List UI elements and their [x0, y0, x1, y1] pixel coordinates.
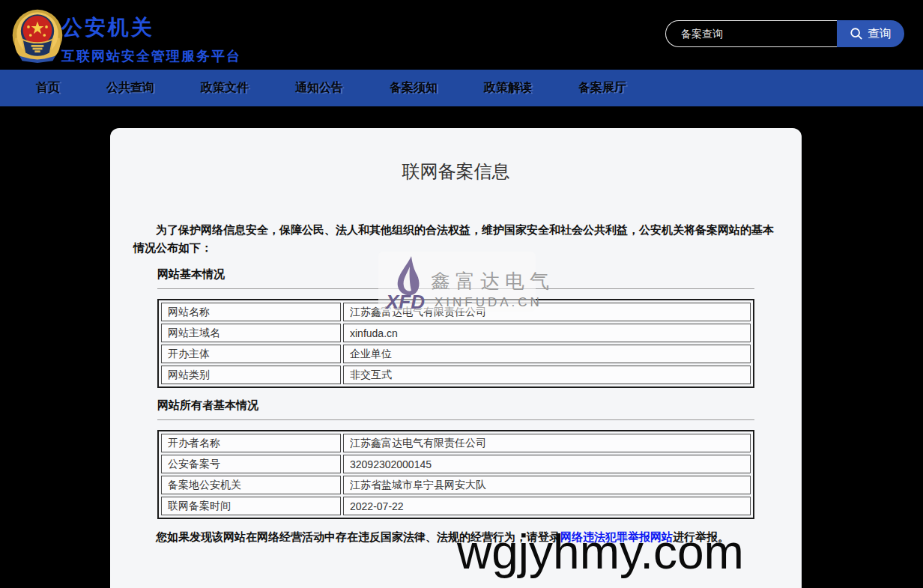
search-input[interactable]: [665, 20, 837, 47]
website-info-table: 网站名称 江苏鑫富达电气有限责任公司 网站主域名 xinfuda.cn 开办主体…: [157, 299, 754, 388]
row-label: 网站名称: [161, 303, 341, 321]
nav-item-notices[interactable]: 通知公告: [295, 80, 343, 96]
row-label: 开办主体: [161, 345, 341, 363]
content-card: 联网备案信息 为了保护网络信息安全，保障公民、法人和其他组织的合法权益，维护国家…: [110, 128, 802, 588]
row-value: 江苏省盐城市阜宁县网安大队: [343, 476, 751, 494]
intro-text: 为了保护网络信息安全，保障公民、法人和其他组织的合法权益，维护国家安全和社会公共…: [133, 221, 781, 257]
section-website-info: 网站基本情况 网站名称 江苏鑫富达电气有限责任公司 网站主域名 xinfuda.…: [157, 267, 754, 388]
section-heading: 网站所有者基本情况: [157, 398, 754, 413]
report-note-prefix: 您如果发现该网站在网络经营活动中存在违反国家法律、法规的经营行为，请登录: [156, 530, 560, 543]
page-title: 联网备案信息: [110, 128, 802, 184]
search-button[interactable]: 查询: [837, 20, 904, 47]
table-row: 网站类别 非交互式: [161, 366, 751, 384]
row-label: 开办者名称: [161, 434, 341, 452]
table-row: 开办主体 企业单位: [161, 345, 751, 363]
row-value: 江苏鑫富达电气有限责任公司: [343, 434, 751, 452]
nav-bar: 首页 公共查询 政策文件 通知公告 备案须知 政策解读 备案展厅: [0, 70, 923, 106]
row-value: 非交互式: [343, 366, 751, 384]
report-note-suffix: 进行举报。: [673, 530, 729, 543]
report-note: 您如果发现该网站在网络经营活动中存在违反国家法律、法规的经营行为，请登录网络违法…: [133, 528, 781, 546]
section-divider: [157, 419, 754, 420]
header: 公安机关 互联网站安全管理服务平台 查询: [0, 0, 923, 70]
table-row: 联网备案时间 2022-07-22: [161, 497, 751, 515]
row-label: 公安备案号: [161, 455, 341, 473]
nav-item-policy-interpretation[interactable]: 政策解读: [484, 80, 532, 96]
owner-info-table: 开办者名称 江苏鑫富达电气有限责任公司 公安备案号 32092302000145…: [157, 430, 754, 519]
nav-item-public-query[interactable]: 公共查询: [106, 80, 154, 96]
row-value: 企业单位: [343, 345, 751, 363]
row-label: 联网备案时间: [161, 497, 341, 515]
report-website-link[interactable]: 网络违法犯罪举报网站: [560, 530, 673, 543]
search-icon: [850, 27, 863, 40]
table-row: 网站主域名 xinfuda.cn: [161, 324, 751, 342]
search-bar: 查询: [665, 20, 904, 47]
nav-item-filing-guide[interactable]: 备案须知: [390, 80, 438, 96]
row-value: 2022-07-22: [343, 497, 751, 515]
site-title: 公安机关: [61, 13, 241, 42]
section-divider: [157, 288, 754, 289]
row-label: 网站类别: [161, 366, 341, 384]
police-badge-icon: [10, 7, 65, 64]
brand: 公安机关 互联网站安全管理服务平台: [61, 13, 241, 65]
nav-item-policy-files[interactable]: 政策文件: [201, 80, 249, 96]
row-value: 32092302000145: [343, 455, 751, 473]
section-heading: 网站基本情况: [157, 267, 754, 282]
row-label: 备案地公安机关: [161, 476, 341, 494]
nav-item-home[interactable]: 首页: [36, 80, 60, 96]
row-value: xinfuda.cn: [343, 324, 751, 342]
page: 公安机关 互联网站安全管理服务平台 查询 首页 公共查询 政策文件 通知公告 备…: [0, 0, 923, 588]
section-owner-info: 网站所有者基本情况 开办者名称 江苏鑫富达电气有限责任公司 公安备案号 3209…: [157, 398, 754, 519]
table-row: 开办者名称 江苏鑫富达电气有限责任公司: [161, 434, 751, 452]
row-label: 网站主域名: [161, 324, 341, 342]
table-row: 备案地公安机关 江苏省盐城市阜宁县网安大队: [161, 476, 751, 494]
nav-item-filing-hall[interactable]: 备案展厅: [578, 80, 626, 96]
site-subtitle: 互联网站安全管理服务平台: [61, 47, 241, 65]
row-value: 江苏鑫富达电气有限责任公司: [343, 303, 751, 321]
table-row: 公安备案号 32092302000145: [161, 455, 751, 473]
table-row: 网站名称 江苏鑫富达电气有限责任公司: [161, 303, 751, 321]
search-button-label: 查询: [868, 26, 892, 42]
